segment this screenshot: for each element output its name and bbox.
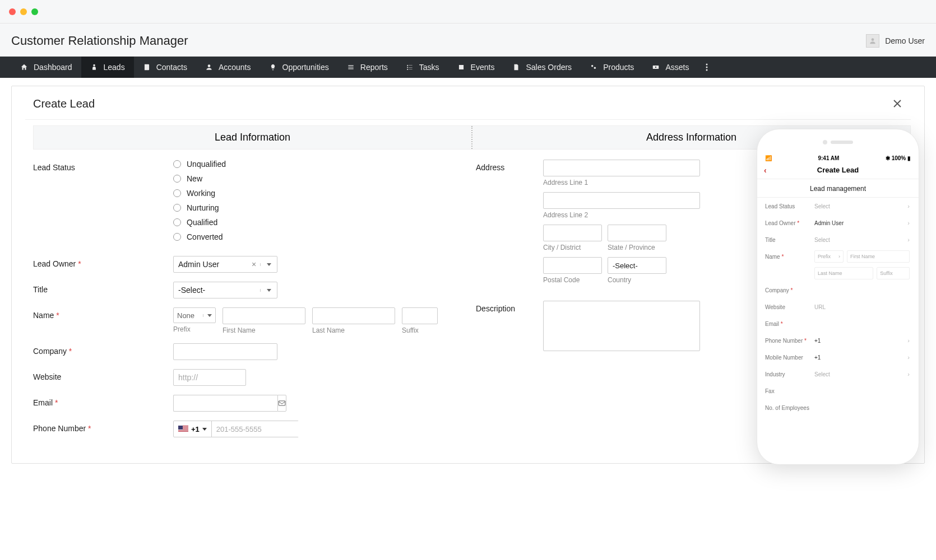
m-industry[interactable]: IndustrySelect› xyxy=(765,366,911,382)
svg-rect-10 xyxy=(279,401,285,405)
nav-reports[interactable]: Reports xyxy=(338,57,397,78)
description-input[interactable] xyxy=(543,301,700,351)
person-icon xyxy=(90,63,98,71)
m-name[interactable]: Name *Prefix›First Name xyxy=(765,248,911,265)
close-button[interactable] xyxy=(893,99,903,109)
radio-icon xyxy=(173,175,181,183)
battery-status: ✱ 100% ▮ xyxy=(886,155,911,161)
radio-unqualified[interactable]: Unqualified xyxy=(173,160,460,169)
address-line2-input[interactable] xyxy=(543,192,700,209)
browser-chrome xyxy=(0,0,936,24)
postal-input[interactable] xyxy=(543,257,602,274)
app-header: Customer Relationship Manager Demo User xyxy=(0,24,936,57)
traffic-min-icon[interactable] xyxy=(20,8,27,15)
m-company[interactable]: Company * xyxy=(765,282,911,298)
suffix-input[interactable] xyxy=(402,307,438,324)
m-prefix: Prefix› xyxy=(814,250,844,263)
user-name: Demo User xyxy=(885,36,925,45)
radio-qualified[interactable]: Qualified xyxy=(173,218,460,227)
caption-prefix: Prefix xyxy=(173,325,216,333)
country-combo[interactable]: -Select- xyxy=(608,257,666,274)
nav-accounts[interactable]: Accounts xyxy=(196,57,260,78)
m-lead-owner[interactable]: Lead Owner *Admin User› xyxy=(765,214,911,231)
radio-nurturing[interactable]: Nurturing xyxy=(173,203,460,212)
prefix-combo[interactable]: None xyxy=(173,307,216,323)
traffic-close-icon[interactable] xyxy=(9,8,16,15)
phone-input[interactable] xyxy=(212,421,315,437)
svg-point-7 xyxy=(706,64,708,66)
email-icon-button[interactable] xyxy=(277,395,286,412)
radio-icon xyxy=(173,218,181,226)
dropdown-toggle[interactable] xyxy=(260,289,277,292)
chevron-right-icon: › xyxy=(907,236,910,243)
m-email[interactable]: Email * xyxy=(765,315,911,332)
mobile-preview: 📶 9:41 AM ✱ 100% ▮ ‹ Create Lead Lead ma… xyxy=(757,129,919,465)
first-name-input[interactable] xyxy=(223,307,305,324)
svg-point-3 xyxy=(591,65,594,67)
svg-point-1 xyxy=(93,64,95,67)
list-icon xyxy=(347,63,355,71)
address-line1-input[interactable] xyxy=(543,160,700,176)
m-title[interactable]: TitleSelect› xyxy=(765,231,911,248)
chevron-right-icon: › xyxy=(907,203,910,209)
nav-tasks[interactable]: Tasks xyxy=(397,57,448,78)
nav-more[interactable] xyxy=(698,57,716,78)
lead-owner-combo[interactable]: Admin User × xyxy=(173,256,277,273)
nav-events[interactable]: Events xyxy=(448,57,504,78)
website-input[interactable] xyxy=(173,369,246,386)
traffic-max-icon[interactable] xyxy=(31,8,38,15)
back-button[interactable]: ‹ xyxy=(764,166,767,175)
last-name-input[interactable] xyxy=(312,307,395,324)
chevron-down-icon xyxy=(267,289,271,292)
divider xyxy=(25,119,911,120)
city-input[interactable] xyxy=(543,225,602,241)
chevron-right-icon: › xyxy=(907,220,910,226)
m-last-name: Last Name xyxy=(814,267,873,279)
radio-icon xyxy=(173,160,181,168)
doc-icon xyxy=(512,63,520,71)
nav-products[interactable]: Products xyxy=(581,57,643,78)
home-icon xyxy=(20,63,28,71)
radio-icon xyxy=(173,204,181,212)
user-icon xyxy=(205,63,213,71)
more-vertical-icon xyxy=(706,63,708,71)
m-employees[interactable]: No. of Employees xyxy=(765,399,911,416)
book-icon xyxy=(143,63,151,71)
email-input-group xyxy=(173,395,277,412)
dropdown-toggle[interactable] xyxy=(260,263,277,266)
nav-contacts[interactable]: Contacts xyxy=(134,57,196,78)
signal-icon: 📶 xyxy=(765,155,772,161)
user-menu[interactable]: Demo User xyxy=(866,34,925,48)
state-input[interactable] xyxy=(608,225,666,241)
clear-icon[interactable]: × xyxy=(248,260,260,269)
nav-sales-orders[interactable]: Sales Orders xyxy=(503,57,581,78)
svg-point-8 xyxy=(706,67,708,68)
caption-postal: Postal Code xyxy=(543,276,602,284)
m-mobile[interactable]: Mobile Number+1 › xyxy=(765,349,911,366)
nav-opportunities[interactable]: Opportunities xyxy=(260,57,338,78)
m-name-2[interactable]: Last NameSuffix xyxy=(765,265,911,282)
nav-leads[interactable]: Leads xyxy=(81,57,134,78)
radio-icon xyxy=(173,189,181,197)
radio-converted[interactable]: Converted xyxy=(173,232,460,241)
lead-info-column: Lead Status Unqualified New Working Nurt… xyxy=(25,160,468,446)
phone-statusbar: 📶 9:41 AM ✱ 100% ▮ xyxy=(757,155,919,161)
nav-assets[interactable]: Assets xyxy=(643,57,698,78)
email-input[interactable] xyxy=(173,395,277,412)
label-name: Name * xyxy=(33,307,173,320)
company-input[interactable] xyxy=(173,343,277,360)
radio-working[interactable]: Working xyxy=(173,189,460,198)
camera-icon xyxy=(823,140,827,144)
radio-new[interactable]: New xyxy=(173,174,460,183)
m-fax[interactable]: Fax xyxy=(765,382,911,399)
m-website[interactable]: WebsiteURL xyxy=(765,298,911,315)
m-phone[interactable]: Phone Number *+1 › xyxy=(765,332,911,349)
nav-dashboard[interactable]: Dashboard xyxy=(11,57,81,78)
m-lead-status[interactable]: Lead StatusSelect› xyxy=(765,198,911,214)
svg-point-9 xyxy=(706,69,708,71)
title-combo[interactable]: -Select- xyxy=(173,282,277,298)
country-code-selector[interactable]: +1 xyxy=(174,421,212,437)
envelope-icon xyxy=(278,400,286,407)
checklist-icon xyxy=(406,63,414,71)
chevron-right-icon: › xyxy=(907,371,910,377)
